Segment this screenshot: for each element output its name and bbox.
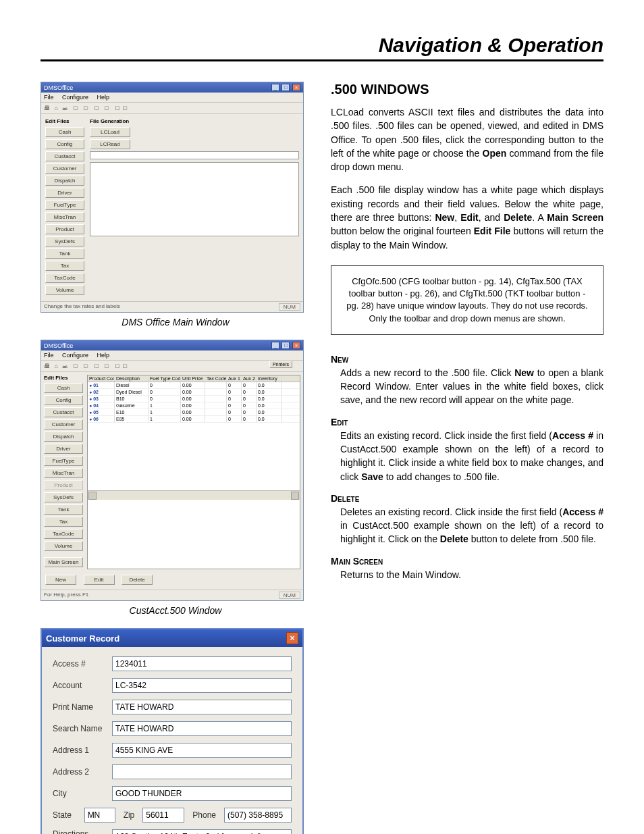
searchname-input[interactable]: TATE HOWARD bbox=[112, 721, 292, 736]
sidebar-product[interactable]: Product bbox=[45, 224, 84, 234]
menu-configure[interactable]: Configure bbox=[62, 352, 88, 359]
zip-input[interactable]: 56011 bbox=[142, 808, 184, 823]
state-input[interactable]: MN bbox=[84, 808, 115, 823]
menu-help[interactable]: Help bbox=[97, 94, 110, 101]
sidebar-driver[interactable]: Driver bbox=[44, 444, 83, 454]
grid-buttons: New Edit Delete bbox=[41, 572, 303, 590]
sidebar-fueltype[interactable]: FuelType bbox=[45, 200, 84, 210]
sidebar-custacct[interactable]: Custacct bbox=[44, 407, 83, 417]
account-input[interactable]: LC-3542 bbox=[112, 678, 292, 693]
titlebar: Customer Record × bbox=[42, 629, 302, 647]
col-unitprice[interactable]: Unit Price bbox=[181, 375, 205, 382]
edit-files-panel: Edit Files Cash Config Custacct Customer… bbox=[44, 375, 84, 569]
maximize-icon[interactable]: □ bbox=[281, 342, 290, 349]
titlebar: DMSOffice _ □ × bbox=[41, 340, 303, 350]
table-row[interactable]: ● 02Dyed Diesel00.00000.0 bbox=[88, 389, 300, 396]
menu-file[interactable]: File bbox=[44, 94, 54, 101]
titlebar: DMSOffice _ □ × bbox=[41, 82, 303, 93]
close-icon[interactable]: × bbox=[292, 84, 300, 91]
minimize-icon[interactable]: _ bbox=[271, 84, 279, 91]
sidebar-sysdefs[interactable]: SysDefs bbox=[45, 236, 84, 246]
menu-configure[interactable]: Configure bbox=[62, 94, 88, 101]
sidebar-sysdefs[interactable]: SysDefs bbox=[44, 492, 83, 502]
sidebar-customer[interactable]: Customer bbox=[44, 419, 83, 429]
menubar: File Configure Help Printers bbox=[41, 350, 303, 361]
printers-button[interactable]: Printers bbox=[269, 361, 292, 368]
status-text: For Help, press F1 bbox=[44, 592, 88, 599]
page-title: Navigation & Operation bbox=[41, 34, 603, 57]
close-icon[interactable]: × bbox=[292, 342, 300, 349]
directions-input[interactable]: 169 South - 164th East - 2nd farm on lef… bbox=[112, 829, 292, 834]
sidebar-volume[interactable]: Volume bbox=[45, 285, 84, 295]
table-row[interactable]: ● 01Diesel00.00000.0 bbox=[88, 382, 300, 389]
col-product-code[interactable]: Product Code bbox=[88, 375, 115, 382]
edit-button[interactable]: Edit bbox=[84, 575, 115, 585]
table-row[interactable]: ● 04Gasoline10.00000.0 bbox=[88, 402, 300, 409]
address2-input[interactable] bbox=[112, 764, 292, 779]
delete-button[interactable]: Delete bbox=[122, 575, 153, 585]
sidebar-config[interactable]: Config bbox=[45, 139, 84, 149]
sidebar-tax[interactable]: Tax bbox=[44, 517, 83, 527]
section-title: .500 WINDOWS bbox=[331, 82, 603, 97]
sidebar-dispatch[interactable]: Dispatch bbox=[44, 432, 83, 442]
menu-help[interactable]: Help bbox=[97, 352, 110, 359]
sidebar-tank[interactable]: Tank bbox=[44, 504, 83, 515]
sidebar-fueltype[interactable]: FuelType bbox=[44, 456, 83, 466]
window-controls: _ □ × bbox=[271, 342, 300, 349]
sidebar-customer[interactable]: Customer bbox=[45, 163, 84, 174]
statusbar: Change the tax rates and labels NUM bbox=[41, 301, 303, 312]
menu-file[interactable]: File bbox=[44, 352, 54, 359]
sidebar-taxcode[interactable]: TaxCode bbox=[45, 273, 84, 283]
numlock-indicator: NUM bbox=[279, 303, 300, 311]
table-row[interactable]: ● 03B1000.00000.0 bbox=[88, 396, 300, 402]
data-grid: Product Code Description Fuel Type Code … bbox=[87, 375, 300, 569]
col-taxcode[interactable]: Tax Code bbox=[205, 375, 227, 382]
printname-input[interactable]: TATE HOWARD bbox=[112, 700, 292, 714]
table-row[interactable]: ● 06E8510.00000.0 bbox=[88, 416, 300, 423]
record-window-title: Customer Record bbox=[46, 633, 119, 644]
sidebar-tank[interactable]: Tank bbox=[45, 249, 84, 259]
toolbar[interactable]: 🖶 ⌂ ⅏ ⬚ ⬚ ⬚ ⬚ ⬚⬚ bbox=[41, 361, 303, 372]
paragraph-1: LCLoad converts ASCII text files and dis… bbox=[331, 105, 603, 174]
sidebar-driver[interactable]: Driver bbox=[45, 188, 84, 198]
phone-input[interactable]: (507) 358-8895 bbox=[224, 808, 292, 823]
sidebar-volume[interactable]: Volume bbox=[44, 541, 83, 551]
sidebar-cash[interactable]: Cash bbox=[45, 127, 84, 137]
right-column: .500 WINDOWS LCLoad converts ASCII text … bbox=[331, 82, 603, 834]
col-aux1[interactable]: Aux 1 bbox=[227, 375, 242, 382]
sidebar-config[interactable]: Config bbox=[44, 395, 83, 405]
city-label: City bbox=[53, 789, 107, 798]
account-label: Account bbox=[53, 681, 107, 690]
dms-main-window: DMSOffice _ □ × File Configure Help 🖶 ⌂ … bbox=[41, 82, 304, 313]
col-description[interactable]: Description bbox=[115, 375, 149, 382]
horizontal-scrollbar[interactable] bbox=[88, 490, 300, 500]
window-title: DMSOffice bbox=[44, 342, 73, 349]
maximize-icon[interactable]: □ bbox=[281, 84, 290, 91]
table-row[interactable]: ● 05E1010.00000.0 bbox=[88, 409, 300, 416]
sidebar-taxcode[interactable]: TaxCode bbox=[44, 529, 83, 539]
sidebar-misctran[interactable]: MiscTran bbox=[45, 212, 84, 222]
sidebar-custacct[interactable]: Custacct bbox=[45, 151, 84, 161]
sidebar-product: Product bbox=[44, 480, 83, 490]
edit-files-label: Edit Files bbox=[45, 118, 86, 124]
toolbar[interactable]: 🖶 ⌂ ⅏ ⬚ ⬚ ⬚ ⬚ ⬚⬚ bbox=[41, 103, 303, 114]
body-edit: Edits an existing record. Click inside t… bbox=[340, 429, 603, 484]
sidebar-dispatch[interactable]: Dispatch bbox=[45, 176, 84, 186]
minimize-icon[interactable]: _ bbox=[271, 342, 279, 349]
subhead-new: New bbox=[331, 354, 603, 365]
lcread-button[interactable]: LCRead bbox=[90, 139, 130, 149]
edit-files-label: Edit Files bbox=[44, 375, 84, 381]
col-aux2[interactable]: Aux 2 bbox=[242, 375, 257, 382]
sidebar-cash[interactable]: Cash bbox=[44, 383, 83, 393]
sidebar-misctran[interactable]: MiscTran bbox=[44, 468, 83, 478]
lcload-button[interactable]: LCLoad bbox=[90, 127, 130, 137]
col-inventory[interactable]: Inventory bbox=[257, 375, 282, 382]
main-screen-button[interactable]: Main Screen bbox=[44, 557, 83, 567]
sidebar-tax[interactable]: Tax bbox=[45, 261, 84, 271]
new-button[interactable]: New bbox=[45, 575, 76, 585]
address1-input[interactable]: 4555 KING AVE bbox=[112, 743, 292, 758]
city-input[interactable]: GOOD THUNDER bbox=[112, 786, 292, 801]
close-icon[interactable]: × bbox=[286, 632, 298, 644]
col-fueltype[interactable]: Fuel Type Code bbox=[149, 375, 181, 382]
access-input[interactable]: 1234011 bbox=[112, 656, 292, 671]
